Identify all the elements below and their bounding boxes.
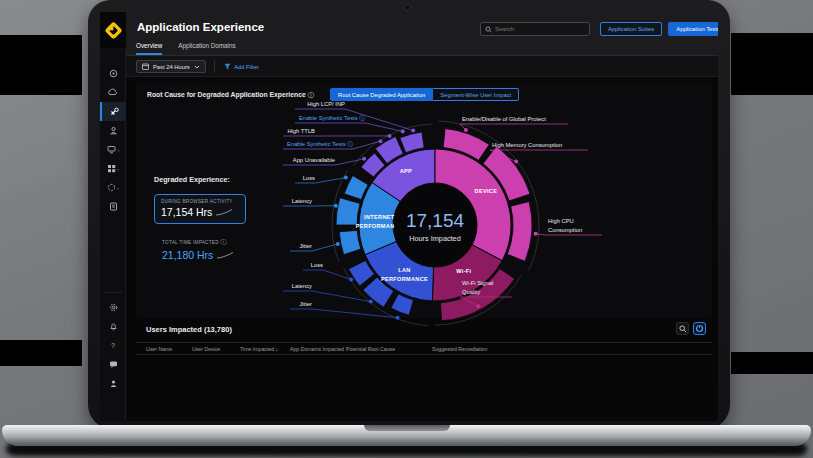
svg-text:APP: APP — [400, 168, 412, 174]
tab-overview[interactable]: Overview — [136, 42, 162, 55]
calendar-icon — [142, 63, 149, 70]
table-export-button[interactable] — [693, 322, 706, 335]
laptop-base — [2, 425, 811, 446]
synthetic-test-link[interactable]: Enable Synthetic Tests ⓘ — [287, 141, 353, 147]
search-icon — [679, 325, 687, 333]
user-icon — [109, 379, 118, 388]
chart-callout-label: App Unavailable — [293, 157, 335, 163]
filter-divider — [214, 60, 215, 73]
background-monitor-left-lower — [0, 340, 82, 366]
column-header[interactable]: Suggested Remediation — [432, 346, 712, 352]
search-input[interactable] — [495, 26, 585, 32]
laptop-screen-bezel: › › › ? Application Experience — [88, 0, 730, 429]
info-icon[interactable]: ⓘ — [220, 239, 226, 245]
column-header[interactable]: User Name — [146, 346, 192, 352]
sparkline-icon — [217, 251, 233, 259]
browser-activity-label: DURING BROWSER ACTIVITY — [161, 199, 239, 204]
sidebar-item-integrations[interactable]: › — [100, 178, 126, 197]
app-logo[interactable] — [100, 12, 126, 48]
users-impacted-title: Users Impacted (13,780) — [146, 325, 232, 334]
help-icon: ? — [111, 342, 115, 349]
sidebar-item-end-user[interactable] — [100, 121, 126, 140]
application-suites-button[interactable]: Application Suites — [600, 22, 662, 36]
root-cause-sunburst-chart[interactable]: APPDEVICEWi-FiLANPERFORMANCEINTERNETPERF… — [250, 77, 610, 329]
filter-bar: Past 24 Hours Add Filter — [126, 56, 718, 77]
refresh-export-icon — [695, 324, 704, 333]
cloud-icon — [108, 88, 118, 97]
page-title: Application Experience — [137, 21, 264, 33]
chart-callout-label: High LCP/ INP — [307, 101, 345, 107]
devices-icon — [107, 145, 117, 154]
logo-diamond-icon — [104, 21, 122, 39]
add-filter-button[interactable]: Add Filter — [224, 60, 259, 73]
funnel-icon — [224, 63, 231, 70]
browser-activity-card: DURING BROWSER ACTIVITY 17,154 Hrs — [154, 194, 246, 224]
svg-text:Wi-Fi: Wi-Fi — [456, 268, 471, 274]
column-header[interactable]: Potential Root Cause — [346, 346, 432, 352]
browser-activity-value: 17,154 Hrs — [161, 206, 239, 218]
background-monitor-left — [0, 35, 82, 95]
end-user-icon — [109, 126, 118, 135]
webcam-icon — [404, 4, 411, 11]
chart-callout-label: Loss — [303, 175, 315, 181]
time-range-label: Past 24 Hours — [153, 64, 190, 70]
chart-callout-label: High TTLB — [287, 128, 315, 134]
chart-callout-label: Enable/Disable of Global Protect — [462, 116, 546, 122]
background-monitor-right-lower — [731, 352, 813, 374]
sidebar-item-apps-grid[interactable]: › — [100, 159, 126, 178]
svg-text:DEVICE: DEVICE — [475, 188, 498, 194]
app-screen: › › › ? Application Experience — [100, 12, 718, 421]
sidebar-item-reports[interactable] — [100, 197, 126, 216]
synthetic-test-link[interactable]: Enable Synthetic Tests ⓘ — [299, 115, 365, 121]
chart-callout-label: Jitter — [299, 243, 312, 249]
laptop-base-notch — [364, 425, 450, 431]
sidebar-item-tools-active[interactable] — [100, 102, 126, 121]
sidebar: › › › ? — [100, 12, 126, 421]
reports-icon — [109, 202, 118, 211]
chart-callout-label: Latency — [292, 198, 312, 204]
column-header[interactable]: App Domains Impacted — [290, 346, 346, 352]
application-tests-button[interactable]: Application Tests — [668, 22, 718, 36]
sidebar-item-settings[interactable] — [100, 298, 126, 317]
time-range-dropdown[interactable]: Past 24 Hours — [136, 60, 206, 73]
tab-application-domains[interactable]: Application Domains — [178, 42, 235, 55]
sidebar-item-devices[interactable]: › — [100, 140, 126, 159]
sidebar-item-account[interactable] — [100, 374, 126, 393]
chevron-right-icon: › — [117, 166, 119, 172]
add-filter-label: Add Filter — [234, 64, 259, 70]
chart-callout-label: High CPUConsumption — [548, 218, 582, 233]
apps-grid-icon — [107, 164, 116, 173]
chart-center-value: 17,154 — [406, 210, 465, 231]
integrations-icon — [107, 183, 116, 192]
tab-bar: Overview Application Domains — [136, 42, 236, 55]
background-monitor-right — [731, 33, 813, 95]
sidebar-item-feedback[interactable] — [100, 355, 126, 374]
chart-callout-label: Latency — [292, 283, 312, 289]
search-icon — [485, 26, 492, 33]
column-header[interactable]: Time Impacted ↓ — [240, 346, 290, 352]
sidebar-item-notifications[interactable] — [100, 317, 126, 336]
chevron-right-icon: › — [117, 185, 119, 191]
chevron-down-icon — [194, 65, 200, 69]
sidebar-item-help[interactable]: ? — [100, 336, 126, 355]
chart-callout-label: Loss — [311, 262, 323, 268]
scene-background: › › › ? Application Experience — [0, 0, 813, 458]
tools-icon — [110, 107, 119, 116]
column-header[interactable]: User Device — [192, 346, 240, 352]
header: Application Experience Application Suite… — [126, 12, 718, 56]
monitoring-icon — [109, 69, 118, 78]
sparkline-icon — [216, 208, 232, 216]
chart-center-label: Hours Impacted — [409, 234, 461, 243]
chart-callout-label: High Memory Consumption — [492, 142, 562, 148]
table-search-button[interactable] — [676, 322, 689, 335]
sidebar-item-monitoring[interactable] — [100, 64, 126, 83]
chat-icon — [109, 360, 118, 369]
chevron-right-icon: › — [118, 147, 120, 153]
bell-icon — [109, 322, 118, 331]
chart-callout-label: Jitter — [299, 301, 312, 307]
settings-icon — [109, 303, 118, 312]
search-input-wrap[interactable] — [480, 22, 590, 36]
sort-desc-icon[interactable]: ↓ — [274, 346, 278, 352]
sidebar-divider — [103, 292, 122, 293]
sidebar-item-cloud[interactable] — [100, 83, 126, 102]
